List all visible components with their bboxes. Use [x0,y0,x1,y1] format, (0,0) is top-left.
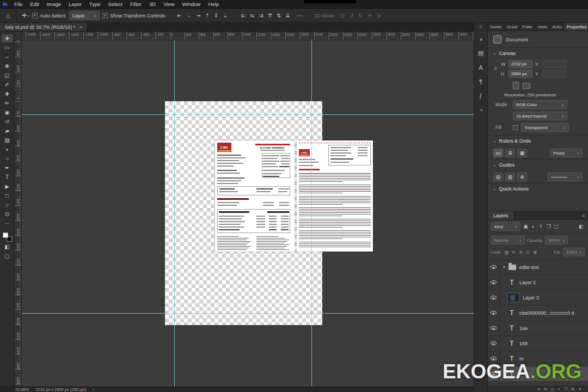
more-options-icon[interactable]: ⋯ [295,12,304,20]
layers-panel-tab[interactable]: Layers [488,211,514,219]
statement-page-1[interactable]: CIBC ACCOUNT STATEMENT [215,140,295,252]
marquee-tool[interactable]: ▭ [2,44,13,52]
filter-smart-objects-icon[interactable]: ▢ [553,224,560,229]
width-field[interactable]: 2232 px [509,60,532,68]
add-vertical-guide-icon[interactable]: ▥ [505,173,515,181]
shape-tool[interactable]: □ [2,192,13,200]
document-tab[interactable]: Italy id.psd @ 20.7% (RGB/16) * × [0,23,88,31]
3d-orbit-icon[interactable]: ◎ [339,13,347,19]
menu-image[interactable]: Image [43,1,65,7]
align-right-icon[interactable]: ⇥ [194,13,202,19]
vertical-guide[interactable] [311,40,312,387]
portrait-orientation-button[interactable] [513,82,519,89]
menu-select[interactable]: Select [104,1,126,7]
distribute-right-icon[interactable]: ⇉ [257,13,265,19]
layer-row-Layer-2[interactable]: TLayer 2 [488,275,588,290]
horizontal-guide[interactable] [22,313,474,314]
add-layer-mask-icon[interactable]: ◻ [551,387,554,391]
section-caret-icon[interactable]: ∨ [493,187,495,191]
ruler-origin-corner[interactable] [15,32,22,40]
color-swatches[interactable] [3,232,12,242]
landscape-orientation-button[interactable] [523,83,530,89]
layer-fill-dropdown[interactable]: 100%∨ [563,248,585,256]
new-layer-icon[interactable]: ⊞ [571,387,574,391]
libraries-panel-icon[interactable]: ▤ [476,48,486,58]
lock-artboard-icon[interactable]: ⊡ [525,250,531,255]
home-icon[interactable]: ⌂ [4,12,11,20]
menu-3d[interactable]: 3D [145,1,160,7]
panel-tab-actio[interactable]: Actio [550,23,565,30]
canvas-fill-dropdown[interactable]: Transparent∨ [521,123,569,132]
toggle-grid-icon[interactable]: ⊞ [505,149,515,157]
3d-scale-icon[interactable]: ⇲ [375,13,382,19]
visibility-eye-icon[interactable] [488,321,500,335]
show-transform-checkbox[interactable]: ✓ Show Transform Controls [102,13,166,19]
panel-tab-histo[interactable]: Histo [535,23,550,30]
menu-type[interactable]: Type [85,1,105,7]
move-tool[interactable]: ✛ [2,34,13,42]
menu-filter[interactable]: Filter [126,1,145,7]
eraser-tool[interactable]: ▰ [2,127,13,135]
height-field[interactable]: 2854 px [509,70,532,78]
distribute-center-h-icon[interactable]: ⇆ [248,13,256,19]
filter-type-layers-icon[interactable]: T [537,224,544,229]
color-mode-dropdown[interactable]: RGB Color∨ [513,100,567,109]
current-tool-preset[interactable]: ✛▾ [22,12,29,19]
adjustments-panel-icon[interactable]: ◑ [476,34,486,44]
gradient-tool[interactable]: ▨ [2,136,13,144]
menu-help[interactable]: Help [204,1,223,7]
lock-image-pixels-icon[interactable]: ✏ [511,250,517,255]
layer-row-Layer-3[interactable]: Layer 3 [488,290,588,305]
menu-file[interactable]: File [10,1,26,7]
canvas-area[interactable]: CIBC ACCOUNT STATEMENT CIBC [22,40,474,387]
align-bottom-icon[interactable]: ⇣ [221,13,229,19]
horizontal-ruler[interactable]: -2000-1800-1600-1400-1200-1000-800-600-4… [22,32,474,40]
3d-roll-icon[interactable]: ↺ [348,13,356,19]
layer-row-edite-text[interactable]: ▾edite text [488,260,588,275]
paragraph-panel-icon[interactable]: ¶ [476,77,486,86]
quick-mask-icon[interactable]: ◧ [2,243,13,251]
blur-tool[interactable]: ◗ [2,145,13,154]
lock-all-icon[interactable]: ⊠ [532,250,538,255]
layer-row-1aa[interactable]: T1aa [488,321,588,336]
horizontal-guide[interactable] [22,114,474,115]
status-chevron-icon[interactable]: › [93,387,94,392]
lock-position-icon[interactable]: ✛ [518,250,524,255]
opacity-dropdown[interactable]: 100%∨ [545,236,568,244]
guide-layout-icon[interactable]: ⊕ [517,173,527,181]
screen-mode-icon[interactable]: ▢ [2,252,13,260]
units-dropdown[interactable]: Pixels∨ [550,149,583,157]
zoom-tool[interactable]: ⊙ [2,210,13,218]
link-dimensions-icon[interactable]: 8 [494,66,497,71]
layer-filter-toggle-icon[interactable]: ◧ [578,224,585,229]
close-tab-icon[interactable]: × [79,24,82,30]
layer-name[interactable]: 1aa [519,326,528,331]
blend-mode-dropdown[interactable]: Normal∨ [491,236,525,244]
layer-name[interactable]: cita0000000...ccccccc0 d [519,310,574,316]
statement-page-2[interactable]: CIBC [297,140,373,252]
quick-selection-tool[interactable]: ❋ [2,62,13,70]
filter-adjustment-layers-icon[interactable]: ◐ [530,224,537,229]
layers-panel-menu-icon[interactable]: ≡ [579,211,588,219]
fill-checkbox[interactable] [513,125,518,130]
text-layer-thumbnail[interactable]: T [507,324,516,332]
layer-name[interactable]: Layer 2 [519,280,536,285]
crop-tool[interactable]: ◱ [2,71,13,79]
expand-dock-icon[interactable]: « [479,24,482,29]
section-caret-icon[interactable]: ∨ [493,52,495,56]
hand-tool[interactable]: ☞ [2,201,13,209]
layer-row-cita0000000...ccccccc0-d[interactable]: Tcita0000000...ccccccc0 d [488,305,588,321]
layer-name[interactable]: 169 [519,341,528,346]
menu-edit[interactable]: Edit [26,1,42,7]
filter-shape-layers-icon[interactable]: ❒ [545,224,552,229]
type-tool[interactable]: T [2,173,13,181]
menu-window[interactable]: Window [179,1,205,7]
group-expand-caret-icon[interactable]: ▾ [503,265,505,270]
section-caret-icon[interactable]: ∨ [493,139,495,143]
path-selection-tool[interactable]: ▶ [2,182,13,191]
clone-source-panel-icon[interactable]: ◔ [476,105,486,114]
layer-row-169[interactable]: T169 [488,336,588,351]
foreground-color-swatch[interactable] [3,232,8,238]
layer-filter-kind-dropdown[interactable]: Kind∨ [491,222,520,231]
pen-tool[interactable]: ✒ [2,164,13,172]
